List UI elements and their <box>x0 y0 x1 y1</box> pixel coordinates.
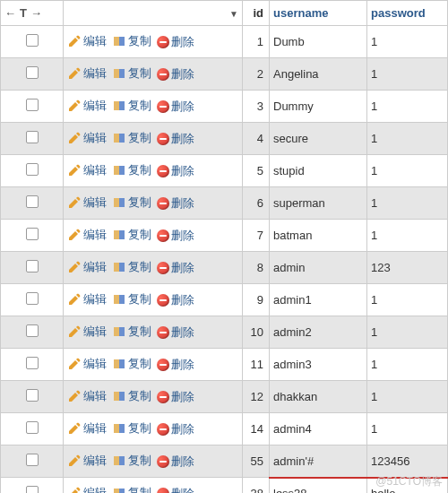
edit-button[interactable]: 编辑 <box>67 65 107 82</box>
copy-button[interactable]: 复制 <box>112 98 151 114</box>
actions-cell: 编辑复制删除 <box>64 381 243 413</box>
edit-button[interactable]: 编辑 <box>67 130 107 146</box>
col-password-header[interactable]: password <box>367 1 448 26</box>
delete-button[interactable]: 删除 <box>157 389 194 405</box>
col-username-header[interactable]: username <box>270 1 367 26</box>
edit-label: 编辑 <box>83 485 107 494</box>
row-checkbox[interactable] <box>26 66 39 79</box>
password-cell: 1 <box>367 284 448 316</box>
copy-icon <box>112 486 126 494</box>
checkbox-cell <box>1 26 64 58</box>
id-cell: 12 <box>243 381 270 413</box>
copy-label: 复制 <box>128 291 151 307</box>
edit-button[interactable]: 编辑 <box>67 356 107 372</box>
copy-button[interactable]: 复制 <box>112 291 151 307</box>
delete-button[interactable]: 删除 <box>157 228 194 244</box>
copy-button[interactable]: 复制 <box>112 388 151 404</box>
delete-button[interactable]: 删除 <box>157 324 194 341</box>
delete-button[interactable]: 删除 <box>157 260 194 276</box>
edit-button[interactable]: 编辑 <box>67 485 107 494</box>
delete-button[interactable]: 删除 <box>157 486 194 494</box>
delete-label: 删除 <box>171 99 194 115</box>
delete-button[interactable]: 删除 <box>157 99 194 115</box>
table-row: 编辑复制删除7batman1 <box>1 220 448 252</box>
edit-button[interactable]: 编辑 <box>67 227 107 243</box>
delete-label: 删除 <box>171 292 194 308</box>
copy-icon <box>112 389 126 403</box>
checkbox-cell <box>1 58 64 91</box>
table-row: 编辑复制删除1Dumb1 <box>1 26 448 58</box>
row-checkbox[interactable] <box>26 421 39 434</box>
row-checkbox[interactable] <box>26 292 39 305</box>
row-checkbox[interactable] <box>26 486 39 493</box>
row-checkbox[interactable] <box>26 389 39 402</box>
edit-button[interactable]: 编辑 <box>67 291 107 307</box>
actions-cell: 编辑复制删除 <box>64 413 243 445</box>
edit-button[interactable]: 编辑 <box>67 195 107 211</box>
col-id-header[interactable]: id <box>243 1 270 26</box>
delete-button[interactable]: 删除 <box>157 357 194 373</box>
copy-button[interactable]: 复制 <box>112 195 151 211</box>
delete-label: 删除 <box>171 163 194 179</box>
copy-button[interactable]: 复制 <box>112 259 151 275</box>
checkbox-cell <box>1 478 64 494</box>
delete-button[interactable]: 删除 <box>157 195 194 212</box>
delete-button[interactable]: 删除 <box>157 131 194 147</box>
row-checkbox[interactable] <box>26 260 39 272</box>
copy-button[interactable]: 复制 <box>112 33 151 49</box>
chevron-down-icon[interactable]: ▼ <box>229 9 238 19</box>
delete-button[interactable]: 删除 <box>157 454 194 470</box>
delete-button[interactable]: 删除 <box>157 34 194 50</box>
edit-button[interactable]: 编辑 <box>67 162 107 178</box>
edit-button[interactable]: 编辑 <box>67 388 107 404</box>
edit-button[interactable]: 编辑 <box>67 33 107 49</box>
username-cell: Dumb <box>270 26 367 58</box>
delete-icon <box>157 36 169 48</box>
copy-button[interactable]: 复制 <box>112 227 151 243</box>
edit-label: 编辑 <box>83 259 107 275</box>
username-cell: secure <box>270 123 367 155</box>
row-checkbox[interactable] <box>26 195 39 208</box>
row-checkbox[interactable] <box>26 454 39 466</box>
delete-icon <box>157 326 169 339</box>
delete-icon <box>157 133 169 145</box>
id-cell: 8 <box>243 252 270 284</box>
row-checkbox[interactable] <box>26 131 39 143</box>
id-cell: 3 <box>243 91 270 123</box>
password-cell: 1 <box>367 413 448 445</box>
row-checkbox[interactable] <box>26 357 39 369</box>
delete-label: 删除 <box>171 131 194 147</box>
copy-button[interactable]: 复制 <box>112 356 151 372</box>
row-checkbox[interactable] <box>26 34 39 47</box>
delete-button[interactable]: 删除 <box>157 292 194 308</box>
delete-button[interactable]: 删除 <box>157 66 194 82</box>
delete-icon <box>157 229 169 242</box>
delete-button[interactable]: 删除 <box>157 421 194 437</box>
edit-button[interactable]: 编辑 <box>67 324 107 340</box>
edit-button[interactable]: 编辑 <box>67 453 107 469</box>
row-checkbox[interactable] <box>26 324 39 337</box>
table-row: 编辑复制删除12dhakkan1 <box>1 381 448 413</box>
copy-button[interactable]: 复制 <box>112 485 151 494</box>
row-checkbox[interactable] <box>26 99 39 111</box>
copy-button[interactable]: 复制 <box>112 324 151 340</box>
password-cell: 1 <box>367 26 448 58</box>
nav-first-icon[interactable]: ← <box>4 6 16 20</box>
copy-button[interactable]: 复制 <box>112 65 151 82</box>
pencil-icon <box>67 324 82 339</box>
copy-label: 复制 <box>128 162 151 178</box>
nav-last-icon[interactable]: → <box>30 6 42 20</box>
copy-icon <box>112 34 126 48</box>
copy-button[interactable]: 复制 <box>112 453 151 469</box>
copy-button[interactable]: 复制 <box>112 162 151 178</box>
delete-button[interactable]: 删除 <box>157 163 194 179</box>
edit-button[interactable]: 编辑 <box>67 98 107 114</box>
edit-button[interactable]: 编辑 <box>67 259 107 275</box>
row-checkbox[interactable] <box>26 228 39 240</box>
nav-t-icon[interactable]: T <box>20 6 27 20</box>
row-checkbox[interactable] <box>26 163 39 176</box>
copy-button[interactable]: 复制 <box>112 420 151 437</box>
actions-cell: 编辑复制删除 <box>64 316 243 349</box>
edit-button[interactable]: 编辑 <box>67 420 107 437</box>
copy-button[interactable]: 复制 <box>112 130 151 146</box>
